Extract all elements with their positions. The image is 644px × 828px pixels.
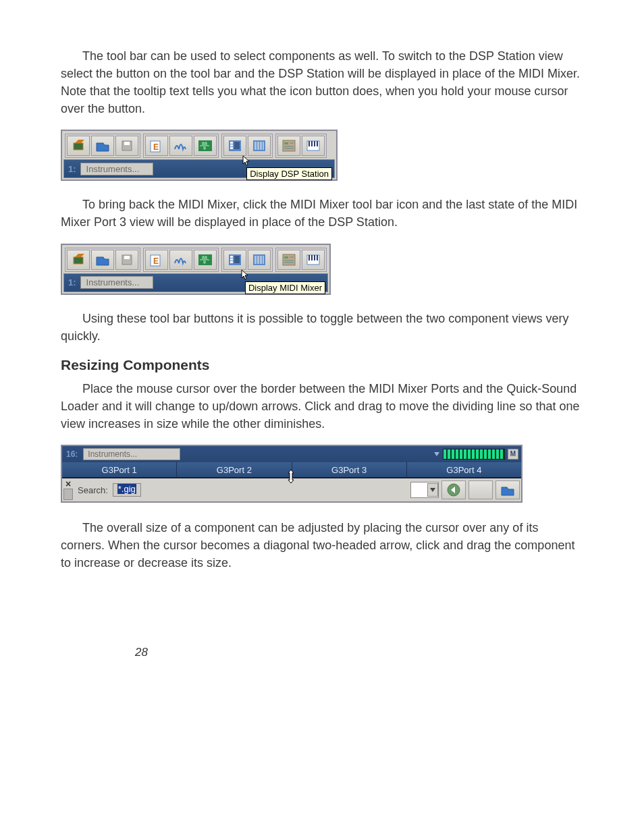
tb-btn-editor[interactable]: E — [145, 250, 168, 270]
tb-btn-midi-mixer[interactable] — [223, 136, 246, 156]
paragraph-1: The tool bar can be used to select compo… — [61, 47, 583, 117]
paragraph-5: The overall size of a component can be a… — [61, 519, 583, 572]
svg-rect-0 — [74, 143, 83, 150]
svg-rect-43 — [284, 256, 288, 258]
svg-rect-40 — [260, 256, 262, 264]
folder-button[interactable] — [495, 480, 520, 499]
svg-rect-26 — [74, 257, 83, 264]
svg-rect-41 — [263, 256, 264, 264]
search-input[interactable]: *.gig — [113, 483, 141, 497]
svg-rect-34 — [230, 258, 233, 260]
svg-rect-24 — [314, 141, 315, 146]
tb-btn-open[interactable] — [91, 250, 114, 270]
side-panel-toggle[interactable] — [63, 489, 73, 500]
figure-toolbar-dsp: E — [61, 130, 583, 181]
port-field[interactable]: Instruments... — [83, 448, 180, 460]
paragraph-4: Place the mouse cursor over the border b… — [61, 380, 583, 433]
tb-btn-open[interactable] — [91, 136, 114, 156]
close-button[interactable]: × — [63, 480, 73, 489]
tb-btn-signal[interactable] — [194, 250, 217, 270]
blank-button[interactable] — [468, 480, 493, 499]
tb-btn-dsp-station[interactable] — [248, 250, 271, 270]
tb-btn-save[interactable] — [115, 136, 138, 156]
tb-btn-editor[interactable]: E — [145, 136, 168, 156]
paragraph-2: To bring back the MIDI Mixer, click the … — [61, 196, 583, 231]
svg-rect-33 — [230, 256, 233, 258]
level-meter — [443, 449, 505, 460]
svg-rect-49 — [311, 255, 313, 260]
mute-button[interactable]: M — [508, 449, 518, 460]
svg-rect-17 — [284, 142, 288, 144]
tb-btn-midi-mixer[interactable] — [223, 250, 246, 270]
tb-btn-signal[interactable] — [194, 136, 217, 156]
status-field[interactable]: Instruments... — [80, 276, 153, 289]
svg-rect-15 — [263, 142, 264, 150]
figure-ports: 16: Instruments... M G3Port 1 G3Port 2 G… — [61, 445, 522, 503]
tb-btn-dsp-station[interactable] — [248, 136, 271, 156]
tb-btn-gigasampler[interactable] — [67, 136, 90, 156]
tab-g3port4[interactable]: G3Port 4 — [407, 462, 521, 478]
tb-btn-gigasampler[interactable] — [67, 250, 90, 270]
svg-rect-12 — [254, 142, 257, 150]
tb-btn-wave[interactable] — [169, 250, 192, 270]
heading-resizing: Resizing Components — [61, 357, 583, 373]
svg-rect-38 — [254, 256, 257, 264]
svg-text:E: E — [153, 142, 159, 152]
tab-g3port2-label: G3Port 2 — [217, 465, 252, 475]
back-button[interactable] — [441, 480, 466, 499]
figure-toolbar-midi: E — [61, 244, 583, 295]
chevron-down-icon — [430, 488, 435, 492]
svg-rect-7 — [230, 142, 233, 144]
search-label: Search: — [76, 485, 110, 495]
filter-combo[interactable] — [410, 482, 439, 498]
tooltip-dsp: Display DSP Station — [246, 167, 332, 180]
dropdown-icon[interactable] — [433, 451, 440, 458]
svg-rect-8 — [230, 144, 233, 146]
status-number: 1: — [64, 164, 80, 174]
svg-rect-28 — [124, 256, 130, 259]
tb-btn-playlist[interactable] — [277, 136, 300, 156]
tb-btn-wave[interactable] — [169, 136, 192, 156]
svg-rect-25 — [317, 141, 318, 146]
tb-btn-playlist[interactable] — [277, 250, 300, 270]
svg-rect-13 — [257, 142, 259, 150]
svg-rect-48 — [308, 255, 310, 260]
svg-rect-16 — [283, 140, 295, 151]
tb-btn-save[interactable] — [115, 250, 138, 270]
svg-rect-42 — [283, 254, 295, 265]
svg-rect-10 — [234, 142, 240, 149]
svg-rect-9 — [230, 147, 233, 149]
svg-text:E: E — [153, 256, 159, 266]
tooltip-midi: Display MIDI Mixer — [245, 281, 325, 294]
tab-g3port3[interactable]: G3Port 3 — [292, 462, 407, 478]
svg-rect-51 — [317, 255, 318, 260]
tab-g3port2[interactable]: G3Port 2 — [177, 462, 292, 478]
port-number: 16: — [63, 449, 80, 459]
svg-rect-23 — [311, 141, 313, 146]
svg-rect-39 — [257, 256, 259, 264]
tab-g3port1[interactable]: G3Port 1 — [62, 462, 177, 478]
svg-rect-35 — [230, 261, 233, 263]
cursor-icon — [242, 155, 250, 167]
svg-rect-2 — [124, 142, 130, 145]
tb-btn-piano[interactable] — [302, 136, 325, 156]
status-field[interactable]: Instruments... — [80, 163, 153, 175]
paragraph-3: Using these tool bar buttons it is possi… — [61, 310, 583, 345]
tb-btn-piano[interactable] — [302, 250, 325, 270]
svg-rect-50 — [314, 255, 315, 260]
svg-rect-36 — [234, 256, 240, 263]
page-number: 28 — [135, 646, 583, 659]
svg-rect-22 — [308, 141, 310, 146]
status-number: 1: — [64, 277, 80, 287]
cursor-icon — [241, 269, 249, 281]
svg-rect-14 — [260, 142, 262, 150]
